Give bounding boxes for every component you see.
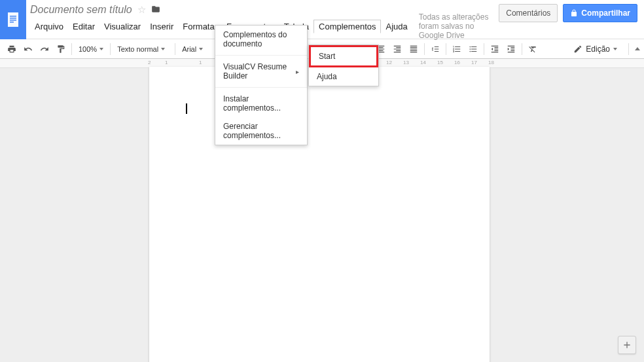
- ruler-tick: 14: [420, 60, 426, 65]
- ruler-tick: 1: [199, 60, 202, 65]
- ruler-tick: 12: [386, 60, 392, 65]
- star-icon[interactable]: ☆: [137, 4, 146, 16]
- menu-arquivo[interactable]: Arquivo: [30, 20, 68, 33]
- svg-rect-1: [10, 16, 16, 17]
- edit-mode-select[interactable]: Edição: [568, 45, 622, 54]
- share-button[interactable]: Compartilhar: [563, 4, 637, 22]
- svg-rect-3: [10, 20, 16, 21]
- caret-down-icon: [199, 48, 203, 50]
- caret-down-icon: [613, 48, 617, 50]
- print-icon[interactable]: [4, 41, 20, 57]
- divider: [215, 55, 307, 56]
- menu-editar[interactable]: Editar: [68, 20, 99, 33]
- caret-down-icon: [99, 48, 103, 50]
- editor-area: 21123456789101112131415161718: [0, 59, 644, 362]
- dd-item-manage[interactable]: Gerenciar complementos...: [215, 117, 307, 145]
- addons-submenu: Start Ajuda: [308, 45, 379, 86]
- dd-item-install[interactable]: Instalar complementos...: [215, 90, 307, 117]
- bulleted-list-icon[interactable]: [465, 41, 481, 57]
- ruler-tick: 15: [437, 60, 443, 65]
- dd-item-doc-addons[interactable]: Complementos do documento: [215, 26, 307, 53]
- caret-down-icon: [161, 48, 165, 50]
- svg-rect-2: [10, 18, 16, 19]
- ruler-tick: 2: [148, 60, 151, 65]
- explore-button[interactable]: [618, 336, 636, 354]
- divider: [215, 87, 307, 88]
- indent-decrease-icon[interactable]: [487, 41, 503, 57]
- ruler-tick: 13: [403, 60, 409, 65]
- clear-format-icon[interactable]: [525, 41, 541, 57]
- indent-increase-icon[interactable]: [503, 41, 519, 57]
- menu-visualizar[interactable]: Visualizar: [99, 20, 145, 33]
- collapse-toolbar-icon[interactable]: [635, 47, 640, 50]
- comments-button[interactable]: Comentários: [499, 4, 558, 22]
- document-page[interactable]: [149, 67, 490, 362]
- save-status: Todas as alterações foram salvas no Goog…: [419, 12, 495, 40]
- undo-icon[interactable]: [20, 41, 36, 57]
- document-title[interactable]: Documento sem título: [30, 4, 132, 16]
- share-label: Compartilhar: [581, 9, 630, 18]
- menu-ajuda[interactable]: Ajuda: [381, 20, 412, 33]
- addons-dropdown: Complementos do documento VisualCV Resum…: [215, 25, 308, 145]
- submenu-start[interactable]: Start: [309, 45, 378, 67]
- paint-format-icon[interactable]: [53, 41, 69, 57]
- align-right-icon[interactable]: [389, 41, 405, 57]
- redo-icon[interactable]: [37, 41, 52, 57]
- zoom-select[interactable]: 100%: [75, 41, 107, 57]
- line-spacing-icon[interactable]: [427, 41, 443, 57]
- ruler-tick: 16: [454, 60, 460, 65]
- docs-logo[interactable]: [0, 0, 26, 39]
- svg-rect-4: [10, 22, 14, 23]
- ruler-tick: 18: [488, 60, 494, 65]
- style-select[interactable]: Texto normal: [113, 41, 172, 57]
- align-justify-icon[interactable]: [406, 41, 421, 57]
- folder-icon[interactable]: [151, 5, 160, 16]
- menu-inserir[interactable]: Inserir: [145, 20, 178, 33]
- text-cursor: [186, 103, 187, 114]
- ruler-tick: 17: [471, 60, 477, 65]
- submenu-ajuda[interactable]: Ajuda: [309, 67, 378, 86]
- ruler-tick: 1: [165, 60, 168, 65]
- numbered-list-icon[interactable]: [449, 41, 465, 57]
- menu-complementos[interactable]: Complementos: [313, 20, 381, 33]
- dd-item-visualcv[interactable]: VisualCV Resume Builder: [215, 58, 307, 85]
